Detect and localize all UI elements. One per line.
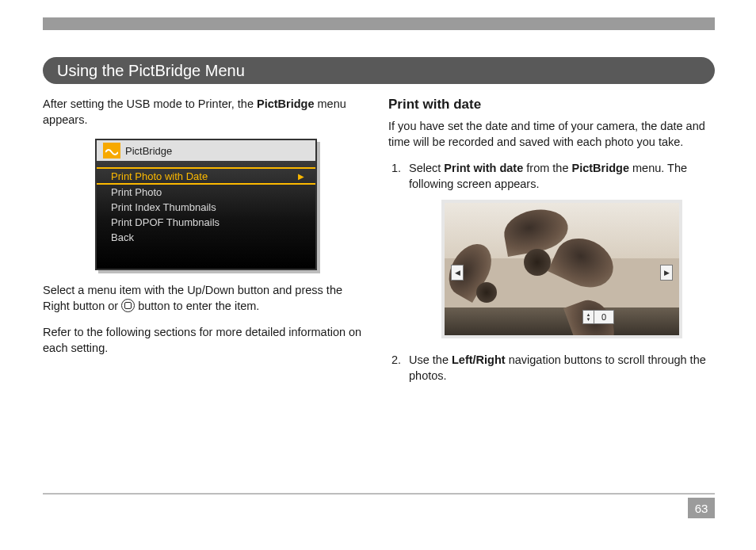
- text: button to enter the item.: [135, 300, 259, 312]
- steps-list: Select Print with date from the PictBrid…: [388, 161, 715, 384]
- print-count-value: 0: [594, 311, 613, 323]
- section-header: Using the PictBridge Menu: [43, 57, 715, 84]
- photo-preview-screenshot: ◀ ▶ ▲▼ 0: [441, 200, 682, 338]
- menu-item-label: Print Photo with Date: [111, 170, 208, 182]
- menu-item-back[interactable]: Back: [97, 230, 315, 245]
- photo-ground: [445, 307, 679, 335]
- spinner-arrows-icon: ▲▼: [583, 311, 594, 323]
- right-column: Print with date If you have set the date…: [388, 97, 715, 391]
- menu-item-label: Print Index Thumbnails: [111, 201, 216, 213]
- section-title: Using the PictBridge Menu: [57, 62, 245, 80]
- text: After setting the USB mode to Printer, t…: [43, 97, 257, 110]
- two-column-layout: After setting the USB mode to Printer, t…: [43, 97, 715, 391]
- pictbridge-icon: [103, 143, 120, 159]
- pictbridge-menu-list: Print Photo with Date ▶ Print Photo Prin…: [97, 161, 315, 269]
- menu-item-label: Back: [111, 231, 134, 243]
- menu-item-print-dpof-thumbnails[interactable]: Print DPOF Thumbnails: [97, 215, 315, 230]
- manual-page: Using the PictBridge Menu After setting …: [0, 0, 756, 550]
- nav-left-button[interactable]: ◀: [451, 265, 464, 281]
- menu-item-print-photo[interactable]: Print Photo: [97, 185, 315, 200]
- flower-center: [524, 249, 551, 276]
- left-column: After setting the USB mode to Printer, t…: [43, 97, 369, 391]
- nav-right-button[interactable]: ▶: [660, 265, 673, 281]
- left-para2: Select a menu item with the Up/Down butt…: [43, 283, 369, 314]
- pictbridge-titlebar: PictBridge: [97, 140, 315, 161]
- text: from the: [523, 162, 571, 174]
- text-bold: Left/Right: [452, 353, 506, 366]
- pictbridge-title: PictBridge: [125, 145, 172, 157]
- text: Use the: [409, 353, 452, 366]
- page-number: 63: [688, 498, 715, 518]
- chevron-right-icon: ▶: [298, 172, 304, 181]
- text-bold: PictBridge: [572, 162, 630, 174]
- print-with-date-heading: Print with date: [388, 97, 715, 113]
- step-1: Select Print with date from the PictBrid…: [404, 161, 715, 338]
- text: Select: [409, 162, 444, 174]
- right-intro: If you have set the date and time of you…: [388, 119, 715, 150]
- func-ok-button-icon: [121, 299, 135, 312]
- print-count-spinner[interactable]: ▲▼ 0: [582, 310, 614, 324]
- flower-center: [476, 282, 497, 303]
- left-intro: After setting the USB mode to Printer, t…: [43, 97, 369, 128]
- top-gray-bar: [43, 17, 715, 30]
- footer-divider: [43, 493, 715, 495]
- text-bold: PictBridge: [257, 97, 315, 110]
- left-para3: Refer to the following sections for more…: [43, 325, 369, 356]
- text-bold: Print with date: [444, 162, 523, 174]
- menu-item-label: Print Photo: [111, 186, 162, 198]
- menu-item-label: Print DPOF Thumbnails: [111, 216, 220, 228]
- step-2: Use the Left/Right navigation buttons to…: [404, 353, 715, 384]
- menu-item-print-index-thumbnails[interactable]: Print Index Thumbnails: [97, 200, 315, 215]
- pictbridge-menu-screenshot: PictBridge Print Photo with Date ▶ Print…: [95, 139, 317, 270]
- menu-item-print-photo-with-date[interactable]: Print Photo with Date ▶: [97, 167, 315, 185]
